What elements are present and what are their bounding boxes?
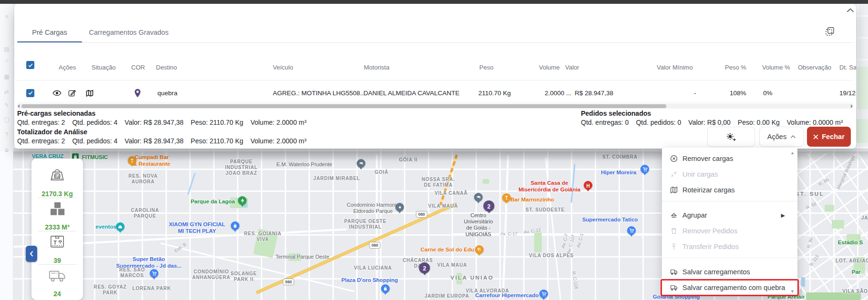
condo-pin[interactable]	[395, 203, 404, 211]
column-header-ações: Ações	[59, 64, 76, 71]
menu-item-salvar-carregamento-com-quebra[interactable]: Salvar carregamento com quebra	[662, 280, 797, 295]
map-label[interactable]: Par	[852, 269, 861, 276]
column-header-valor-mínimo: Valor Mínimo	[657, 64, 693, 71]
panel-divider	[38, 231, 76, 231]
edit-icon[interactable]	[68, 89, 76, 97]
cell-dt-saida: 19/12...	[839, 84, 856, 102]
store-pin[interactable]	[150, 269, 158, 278]
transfer-up-icon	[670, 243, 678, 250]
map-label: Condomínio Harmonia Eldorado Parque	[347, 202, 399, 214]
scroll-right-arrow-icon[interactable]	[851, 104, 853, 108]
menu-item-label: Remover cargas	[682, 155, 733, 162]
map-label[interactable]: Parque da Lagoa	[191, 199, 235, 205]
column-header-peso: Peso	[479, 64, 494, 71]
menu-item-unir-cargas: Unir cargas	[662, 167, 797, 182]
map-label: NOSSA SRA. DE FATIMA	[422, 177, 455, 188]
map-label: VILA UNIAO	[450, 275, 494, 281]
map-label: GOIÁ	[375, 170, 389, 175]
hospital-pin[interactable]: H	[584, 181, 592, 190]
map-label[interactable]: Carne de Sol do Edu	[421, 247, 474, 253]
pedidos-selecionados-title: Pedidos selecionados	[581, 110, 651, 117]
row-checkbox[interactable]	[26, 89, 34, 97]
situacao-map-icon[interactable]	[86, 90, 93, 97]
stat-value: Peso: 2110.70 Kg	[191, 119, 243, 126]
map-label[interactable]: Santa Casa de Misericórdia de Goiânia	[518, 180, 580, 193]
venue-pin[interactable]	[116, 222, 124, 231]
house-glyph-icon	[118, 224, 123, 229]
map-park	[832, 220, 844, 229]
cluster-pin[interactable]: 2	[484, 200, 495, 211]
store-pin[interactable]	[641, 165, 649, 173]
map-label: VILA MAUÁ	[428, 203, 458, 209]
park-pin[interactable]	[238, 196, 247, 205]
select-all-checkbox[interactable]	[26, 61, 34, 69]
school-pin[interactable]	[474, 193, 483, 201]
multi-window-icon[interactable]	[825, 27, 836, 37]
stat-value: Valor: R$ 28.947,38	[124, 119, 184, 126]
acoes-button-label: Ações	[767, 133, 786, 140]
bar-pin[interactable]	[502, 193, 511, 202]
map-label[interactable]: eventos	[95, 224, 116, 230]
weight-icon: Kg	[47, 165, 68, 186]
totalizador-title: Totalizador de Análise	[17, 128, 87, 136]
mall-pin[interactable]	[381, 284, 390, 293]
remove-circle-icon	[670, 155, 678, 162]
map-label[interactable]: Carrefour Hipermercado	[475, 292, 539, 299]
pre-cargas-selecionadas-title: Pré-cargas selecionadas	[17, 110, 95, 117]
scroll-left-arrow-icon[interactable]	[18, 104, 20, 108]
menu-item-transferir-pedidos: Transferir Pedidos	[662, 239, 797, 254]
cell-peso: 2110.70 Kg	[478, 84, 511, 102]
column-header-volume-: Volume %	[762, 64, 790, 71]
map-label[interactable]: Hiper Moreira	[601, 170, 636, 176]
map-label: JA	[861, 215, 868, 221]
map-label: VILA MAUA	[437, 262, 467, 268]
fechar-button[interactable]: Fechar	[807, 127, 851, 147]
horizontal-scrollbar[interactable]	[17, 103, 853, 109]
tab-pré-cargas[interactable]: Pré Cargas	[17, 23, 82, 42]
scrollbar-thumb[interactable]	[21, 104, 666, 108]
stat-value: Qtd. pedidos: 4	[72, 137, 117, 145]
menu-item-label: Roteirizar cargas	[682, 186, 735, 194]
cell-destino: quebra	[157, 84, 177, 102]
map-label: SOLANGE PARK II	[230, 271, 257, 282]
panel-collapse-button[interactable]	[26, 246, 37, 262]
two-glyph-icon: 2	[423, 264, 426, 272]
map-label[interactable]: Supermercado Tatico	[582, 217, 638, 223]
table-row[interactable]: quebra AGREG.: MOTINHA LHG5508... DANIEL…	[14, 84, 856, 102]
highway-badge: 060	[369, 242, 381, 249]
store-pin[interactable]	[627, 226, 636, 235]
stat-value: Volume: 0.0000 m³	[787, 119, 843, 126]
map-label[interactable]: Plaza D'oro Shopping	[341, 277, 398, 284]
menu-item-roteirizar-cargas[interactable]: Roteirizar cargas	[662, 182, 797, 198]
map-label[interactable]: Bar Marronzinho	[510, 197, 554, 203]
menu-item-label: Transferir Pedidos	[682, 243, 739, 250]
settings-gears-button[interactable]	[707, 127, 755, 147]
menu-item-salvar-carregamentos[interactable]: Salvar carregamentos	[662, 264, 797, 280]
cluster-pin[interactable]: 2	[419, 262, 430, 273]
cubes-icon	[46, 199, 68, 220]
map-label: LOT. AREIAO	[836, 258, 868, 264]
highway-badge: 060	[283, 279, 294, 285]
map-park	[483, 179, 489, 184]
menu-item-agrupar[interactable]: Agrupar▶	[662, 208, 797, 223]
collapse-panel-chevron-icon[interactable]	[846, 8, 856, 16]
map-label[interactable]: XIAOMI GYN OFICIAL MI TECH PLAY	[169, 221, 225, 235]
map-label: ST. SUL	[796, 191, 824, 198]
store-pin[interactable]	[539, 290, 548, 298]
map-label: LORENA PARK	[132, 286, 171, 291]
map-water	[801, 277, 805, 287]
menu-item-remover-cargas[interactable]: Remover cargas	[662, 151, 797, 166]
menu-item-remover-pedidos: Remover Pedidos	[662, 223, 797, 239]
restaurant-pin[interactable]	[475, 245, 484, 254]
view-eye-icon[interactable]	[52, 90, 62, 96]
store-pin[interactable]	[231, 221, 239, 230]
column-header-peso-: Peso %	[725, 64, 746, 71]
cell-volume-pct: 0%	[763, 84, 773, 102]
submenu-arrow-icon: ▶	[781, 212, 785, 219]
cor-location-pin-icon	[134, 89, 141, 98]
acoes-dropdown-button[interactable]: Ações	[759, 127, 804, 147]
map-label[interactable]: Estádio S	[838, 240, 863, 246]
tab-carregamentos-gravados[interactable]: Carregamentos Gravados	[82, 23, 176, 42]
stat-value: Volume: 2.0000 m³	[250, 137, 307, 145]
map-label: RES. NOVA AURORA	[128, 173, 157, 185]
